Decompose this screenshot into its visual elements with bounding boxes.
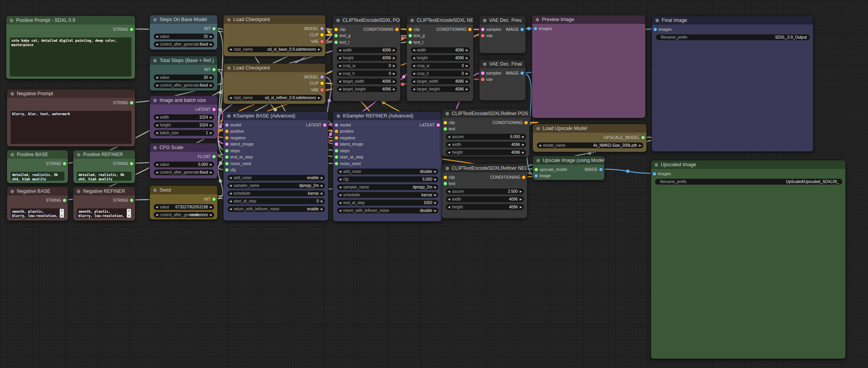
decrement-arrow-icon[interactable]: ◀ [413, 86, 415, 92]
decrement-arrow-icon[interactable]: ◀ [339, 86, 341, 92]
collapse-dot-icon[interactable] [410, 19, 414, 22]
input-port-latent_image-icon[interactable] [225, 142, 229, 146]
increment-arrow-icon[interactable]: ▶ [434, 192, 437, 198]
node-ks_base[interactable]: KSampler BASE (Advanced)modelpositiveneg… [223, 111, 328, 221]
decrement-arrow-icon[interactable]: ◀ [339, 55, 341, 61]
node-title-bar[interactable]: VAE Dec. Prev. [479, 16, 525, 25]
link-midpoint-dot[interactable] [327, 30, 330, 33]
node-title-bar[interactable]: Load Checkpoint [224, 15, 325, 24]
decrement-arrow-icon[interactable]: ◀ [339, 169, 341, 174]
node-negative_base[interactable]: Negative BASESTRINGsmooth, plastic, blur… [7, 187, 68, 221]
link-midpoint-dot[interactable] [401, 83, 404, 86]
node-ckpt_refiner[interactable]: Load CheckpointMODELCLIPVAE◀ckpt_namesd_… [223, 63, 326, 104]
output-port-IMAGE-icon[interactable] [520, 71, 524, 75]
decrement-arrow-icon[interactable]: ◀ [229, 198, 232, 204]
scroll-up-icon[interactable]: ▲ [61, 209, 63, 212]
node-title-bar[interactable]: Steps On Base Model [150, 15, 217, 24]
widget-width[interactable]: ◀width4096▶ [446, 196, 524, 202]
decrement-arrow-icon[interactable]: ◀ [448, 134, 450, 140]
node-total_steps[interactable]: Total Steps (Base + Ref.)INT◀value30▶◀co… [149, 56, 218, 91]
widget-ascore[interactable]: ◀ascore6.000▶ [446, 134, 526, 140]
input-port-samples-icon[interactable] [481, 28, 485, 31]
decrement-arrow-icon[interactable]: ◀ [413, 78, 415, 84]
increment-arrow-icon[interactable]: ▶ [393, 55, 395, 61]
collapse-dot-icon[interactable] [77, 190, 80, 193]
decrement-arrow-icon[interactable]: ◀ [229, 183, 232, 188]
output-port-MODEL-icon[interactable] [320, 75, 324, 79]
increment-arrow-icon[interactable]: ▶ [210, 75, 212, 80]
node-title-bar[interactable]: Total Steps (Base + Ref.) [150, 56, 217, 65]
output-port-MODEL-icon[interactable] [320, 27, 324, 30]
collapse-dot-icon[interactable] [536, 127, 540, 130]
input-port-model-icon[interactable] [335, 123, 338, 127]
prompt-textarea[interactable]: detailed, realistic, 8k uhd, high qualit… [77, 172, 131, 181]
increment-arrow-icon[interactable]: ▶ [520, 196, 522, 202]
widget-start_at_step[interactable]: ◀start_at_step0▶ [227, 198, 325, 204]
increment-arrow-icon[interactable]: ▶ [466, 63, 468, 69]
prompt-textarea[interactable]: smooth, plastic, blurry, low-resolution,… [11, 208, 64, 219]
node-title-bar[interactable]: Seed [150, 186, 217, 194]
increment-arrow-icon[interactable]: ▶ [466, 55, 468, 61]
widget-target_height[interactable]: ◀target_height4096▶ [337, 86, 397, 92]
decrement-arrow-icon[interactable]: ◀ [156, 130, 158, 136]
node-title-bar[interactable]: Negative Prompt [7, 89, 135, 98]
node-title-bar[interactable]: CFG Scale [150, 143, 217, 152]
collapse-dot-icon[interactable] [11, 92, 14, 96]
node-title-bar[interactable]: Final Image [652, 16, 813, 25]
collapse-dot-icon[interactable] [337, 114, 340, 118]
output-port-INT-icon[interactable] [212, 68, 216, 71]
decrement-arrow-icon[interactable]: ◀ [448, 149, 450, 155]
collapse-dot-icon[interactable] [153, 59, 157, 62]
widget-width[interactable]: ◀width4096▶ [337, 47, 397, 53]
widget-control_after_generate[interactable]: ◀control_after_generatefixed▶ [154, 169, 214, 175]
node-graph-canvas[interactable]: Positive Prompt - SDXL 0.9STRINGcute bab… [0, 0, 868, 368]
widget-crop_w[interactable]: ◀crop_w0▶ [411, 63, 470, 69]
input-port-clip-icon[interactable] [444, 121, 447, 124]
decrement-arrow-icon[interactable]: ◀ [448, 196, 450, 202]
input-port-vae-icon[interactable] [481, 78, 485, 81]
decrement-arrow-icon[interactable]: ◀ [156, 34, 158, 39]
decrement-arrow-icon[interactable]: ◀ [229, 175, 232, 181]
node-title-bar[interactable]: Positive REFINER [73, 150, 135, 159]
scroll-down-icon[interactable]: ▼ [128, 214, 130, 218]
widget-width[interactable]: ◀width4096▶ [446, 142, 526, 148]
decrement-arrow-icon[interactable]: ◀ [156, 114, 158, 120]
decrement-arrow-icon[interactable]: ◀ [413, 63, 415, 69]
increment-arrow-icon[interactable]: ▶ [318, 46, 320, 52]
increment-arrow-icon[interactable]: ▶ [522, 134, 524, 140]
widget-crop_w[interactable]: ◀crop_w0▶ [337, 63, 397, 69]
decrement-arrow-icon[interactable]: ◀ [448, 142, 450, 148]
node-ckpt_base[interactable]: Load CheckpointMODELCLIPVAE◀ckpt_namesd_… [223, 15, 326, 57]
node-title-bar[interactable]: Image and batch size [150, 96, 217, 105]
collapse-dot-icon[interactable] [227, 66, 231, 70]
widget-cfg[interactable]: ◀cfg5.000▶ [337, 176, 438, 182]
link-midpoint-dot[interactable] [329, 133, 332, 136]
output-port-INT-icon[interactable] [212, 27, 216, 30]
increment-arrow-icon[interactable]: ▶ [321, 175, 323, 181]
prompt-textarea[interactable]: blurry, blur, text, watermark [11, 111, 131, 144]
output-port-UPSCALE_MODEL-icon[interactable] [641, 136, 645, 139]
increment-arrow-icon[interactable]: ▶ [321, 183, 323, 188]
input-port-start_at_step-icon[interactable] [335, 155, 338, 159]
scroll-down-icon[interactable]: ▼ [61, 214, 63, 218]
decrement-arrow-icon[interactable]: ◀ [413, 47, 415, 53]
output-port-LATENT-icon[interactable] [323, 123, 327, 127]
increment-arrow-icon[interactable]: ▶ [466, 47, 468, 53]
widget-value[interactable]: ◀value25▶ [154, 34, 214, 39]
increment-arrow-icon[interactable]: ▶ [210, 114, 212, 120]
decrement-arrow-icon[interactable]: ◀ [413, 71, 415, 76]
node-negative_prompt[interactable]: Negative PromptSTRINGblurry, blur, text,… [7, 89, 135, 147]
widget-end_at_step[interactable]: ◀end_at_step1000▶ [337, 200, 438, 206]
input-port-end_at_step-icon[interactable] [225, 155, 229, 159]
widget-filename_prefix[interactable]: filename_prefixSDXL_0.9_Output [656, 34, 810, 40]
node-vae_prev[interactable]: VAE Dec. Prev.samplesvaeIMAGE [479, 16, 526, 53]
output-port-CONDITIONING-icon[interactable] [395, 28, 399, 31]
widget-ckpt_name[interactable]: ◀ckpt_namesd_xl_base_0.9.safetensors▶ [227, 46, 322, 52]
output-port-LATENT-icon[interactable] [437, 123, 440, 127]
node-seed[interactable]: SeedINT◀value673527062053198▶◀control_af… [149, 185, 218, 220]
increment-arrow-icon[interactable]: ▶ [522, 142, 524, 148]
input-port-text-icon[interactable] [444, 182, 447, 185]
widget-value[interactable]: ◀value673527062053198▶ [154, 204, 214, 210]
collapse-dot-icon[interactable] [483, 62, 486, 66]
decrement-arrow-icon[interactable]: ◀ [156, 82, 158, 88]
